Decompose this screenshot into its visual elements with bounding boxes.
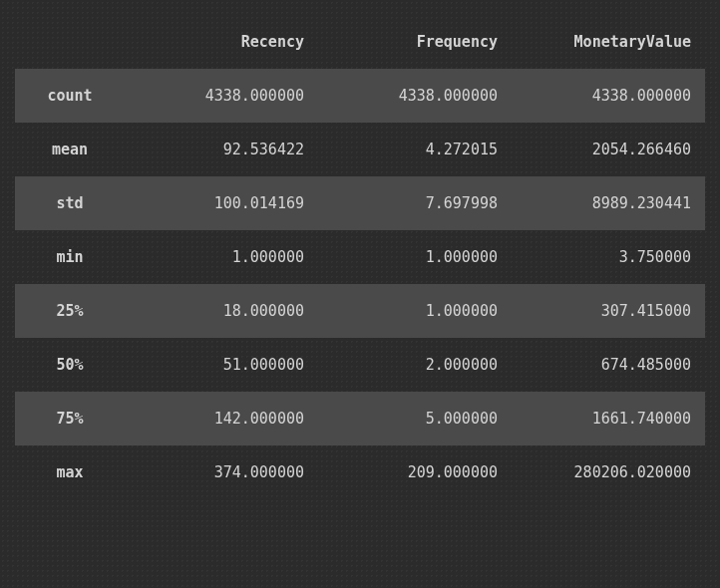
cell: 1.000000 [318,284,512,338]
cell: 1661.740000 [512,392,705,445]
row-index: count [15,69,125,123]
cell: 18.000000 [125,284,318,338]
table-row: min 1.000000 1.000000 3.750000 [15,230,705,284]
cell: 1.000000 [318,230,512,284]
cell: 4338.000000 [318,69,512,123]
cell: 51.000000 [125,338,318,392]
col-header: MonetaryValue [512,15,705,69]
col-header: Frequency [318,15,512,69]
row-index: 75% [15,392,125,445]
cell: 3.750000 [512,230,705,284]
table-header: Recency Frequency MonetaryValue [15,15,705,69]
row-index: 25% [15,284,125,338]
cell: 7.697998 [318,176,512,230]
row-index: std [15,176,125,230]
col-header: Recency [125,15,318,69]
cell: 142.000000 [125,392,318,445]
row-index: 50% [15,338,125,392]
cell: 674.485000 [512,338,705,392]
cell: 1.000000 [125,230,318,284]
row-index: min [15,230,125,284]
table-body: count 4338.000000 4338.000000 4338.00000… [15,69,705,499]
table-row: mean 92.536422 4.272015 2054.266460 [15,123,705,176]
table-row: std 100.014169 7.697998 8989.230441 [15,176,705,230]
cell: 4.272015 [318,123,512,176]
corner-header [15,15,125,69]
cell: 374.000000 [125,445,318,499]
cell: 4338.000000 [512,69,705,123]
row-index: max [15,445,125,499]
describe-table: Recency Frequency MonetaryValue count 43… [15,15,705,499]
cell: 209.000000 [318,445,512,499]
cell: 4338.000000 [125,69,318,123]
cell: 2054.266460 [512,123,705,176]
table-row: 25% 18.000000 1.000000 307.415000 [15,284,705,338]
cell: 2.000000 [318,338,512,392]
cell: 8989.230441 [512,176,705,230]
table-row: count 4338.000000 4338.000000 4338.00000… [15,69,705,123]
row-index: mean [15,123,125,176]
cell: 5.000000 [318,392,512,445]
table-row: max 374.000000 209.000000 280206.020000 [15,445,705,499]
table-row: 75% 142.000000 5.000000 1661.740000 [15,392,705,445]
cell: 280206.020000 [512,445,705,499]
cell: 92.536422 [125,123,318,176]
cell: 100.014169 [125,176,318,230]
table-row: 50% 51.000000 2.000000 674.485000 [15,338,705,392]
cell: 307.415000 [512,284,705,338]
